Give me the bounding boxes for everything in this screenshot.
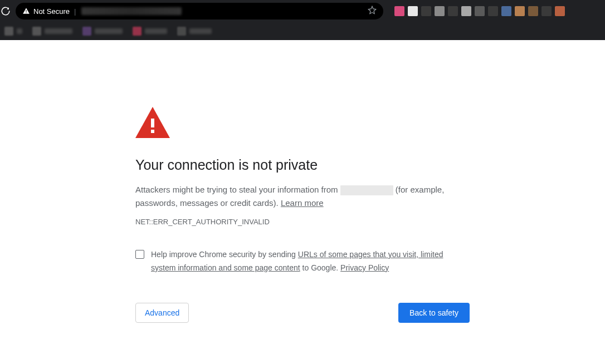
tab-thumbnail[interactable]: [488, 6, 498, 16]
svg-rect-0: [26, 10, 26, 12]
tab-thumbnail[interactable]: [461, 6, 471, 16]
tab-thumbnail[interactable]: [475, 6, 485, 16]
tab-thumbnail[interactable]: [515, 6, 525, 16]
bookmark-star-icon[interactable]: [368, 6, 377, 17]
svg-rect-2: [151, 119, 154, 127]
warning-icon: [135, 107, 470, 140]
not-secure-label: Not Secure: [33, 7, 70, 16]
bookmark-item[interactable]: [177, 27, 212, 36]
tab-thumbnail[interactable]: [528, 6, 538, 16]
not-secure-badge[interactable]: Not Secure |: [22, 7, 77, 16]
tab-thumbnail[interactable]: [421, 6, 431, 16]
address-bar[interactable]: Not Secure |: [16, 3, 383, 19]
tab-thumbnail[interactable]: [555, 6, 565, 16]
opt-in-checkbox[interactable]: [135, 250, 144, 259]
window-tab-thumbnails: [394, 6, 565, 16]
bookmark-item[interactable]: [133, 27, 167, 36]
bookmark-item[interactable]: [32, 27, 72, 36]
url-text-redacted: [81, 7, 182, 15]
opt-in-row: Help improve Chrome security by sending …: [135, 248, 470, 275]
tab-thumbnail[interactable]: [541, 6, 552, 16]
tab-thumbnail[interactable]: [408, 6, 418, 16]
bookmark-item[interactable]: [82, 27, 123, 36]
warning-body: Attackers might be trying to steal your …: [135, 183, 470, 210]
error-code: NET::ERR_CERT_AUTHORITY_INVALID: [135, 218, 470, 226]
tab-thumbnail[interactable]: [501, 6, 511, 16]
svg-rect-1: [26, 12, 26, 13]
bookmark-bar: [0, 22, 605, 40]
privacy-policy-link[interactable]: Privacy Policy: [340, 263, 389, 272]
button-row: Advanced Back to safety: [135, 303, 470, 323]
address-bar-row: Not Secure |: [0, 0, 605, 22]
back-to-safety-button[interactable]: Back to safety: [398, 303, 470, 323]
tab-thumbnail[interactable]: [448, 6, 458, 16]
bookmark-item[interactable]: [4, 27, 22, 36]
warning-triangle-icon: [22, 7, 30, 15]
divider: |: [74, 7, 76, 16]
hostname-redacted: [340, 185, 393, 195]
page-title: Your connection is not private: [135, 157, 470, 173]
svg-rect-3: [151, 130, 154, 133]
learn-more-link[interactable]: Learn more: [281, 198, 324, 208]
advanced-button[interactable]: Advanced: [135, 303, 189, 323]
opt-in-text: Help improve Chrome security by sending …: [151, 248, 470, 275]
page-content: Your connection is not private Attackers…: [0, 40, 605, 323]
reload-icon[interactable]: [0, 6, 11, 17]
body-prefix: Attackers might be trying to steal your …: [135, 185, 340, 194]
tab-thumbnail[interactable]: [394, 6, 404, 16]
browser-chrome: Not Secure |: [0, 0, 605, 40]
tab-thumbnail[interactable]: [435, 6, 445, 16]
warning-container: Your connection is not private Attackers…: [135, 107, 470, 323]
